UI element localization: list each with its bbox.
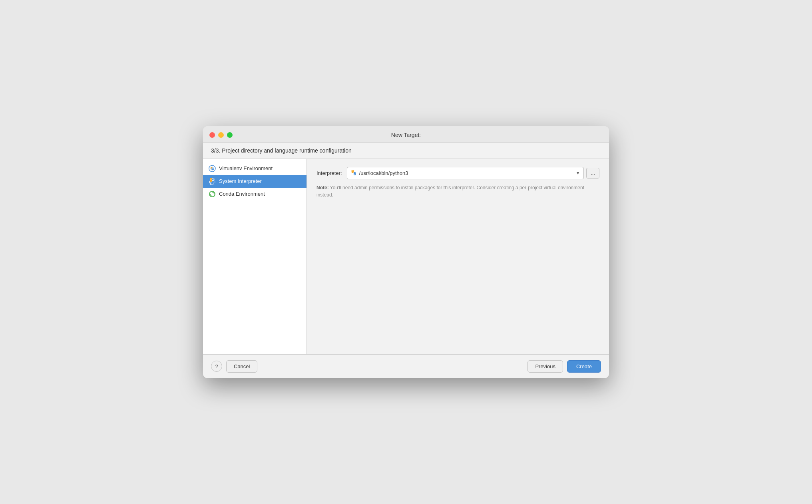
virtualenv-label: Virtualenv Environment <box>219 165 273 171</box>
note-content: You'll need admin permissions to install… <box>316 185 584 198</box>
sidebar-item-system-interpreter[interactable]: System Interpreter <box>203 175 306 188</box>
new-target-dialog: New Target: 3/3. Project directory and l… <box>203 126 609 378</box>
close-button[interactable] <box>209 132 215 138</box>
interpreter-label: Interpreter: <box>316 170 342 176</box>
minimize-button[interactable] <box>218 132 224 138</box>
svg-point-12 <box>352 171 353 171</box>
sidebar-item-virtualenv[interactable]: Virtualenv Environment <box>203 162 306 175</box>
previous-button[interactable]: Previous <box>527 360 563 373</box>
step-subtitle: 3/3. Project directory and language runt… <box>211 147 352 154</box>
svg-point-13 <box>354 174 355 175</box>
note-area: Note: You'll need admin permissions to i… <box>316 184 599 198</box>
title-bar: New Target: <box>203 126 609 143</box>
interpreter-python-icon <box>350 169 357 177</box>
conda-label: Conda Environment <box>219 191 265 197</box>
browse-button[interactable]: ... <box>586 168 599 179</box>
note-label: Note: <box>316 185 329 190</box>
svg-point-6 <box>213 183 214 183</box>
main-panel: Interpreter: /usr/local/bin/python3 <box>307 159 609 354</box>
cancel-button[interactable]: Cancel <box>226 360 257 373</box>
python-icon <box>209 178 216 185</box>
dropdown-arrow-icon: ▼ <box>575 170 580 176</box>
svg-point-1 <box>211 167 212 169</box>
conda-icon <box>209 190 216 198</box>
window-controls <box>209 132 233 138</box>
help-button[interactable]: ? <box>211 361 222 372</box>
content-area: Virtualenv Environment System Inter <box>203 159 609 354</box>
interpreter-row: Interpreter: /usr/local/bin/python3 <box>316 167 599 179</box>
help-icon: ? <box>215 363 218 369</box>
footer-right: Previous Create <box>527 360 601 373</box>
footer: ? Cancel Previous Create <box>203 354 609 378</box>
create-button[interactable]: Create <box>567 360 601 373</box>
dialog-title: New Target: <box>391 132 421 138</box>
interpreter-dropdown[interactable]: /usr/local/bin/python3 ▼ <box>347 167 584 179</box>
interpreter-path: /usr/local/bin/python3 <box>359 170 573 176</box>
footer-left: ? Cancel <box>211 360 257 373</box>
system-interpreter-label: System Interpreter <box>219 178 262 184</box>
sidebar-item-conda[interactable]: Conda Environment <box>203 188 306 200</box>
virtualenv-icon <box>209 165 216 172</box>
sidebar: Virtualenv Environment System Inter <box>203 159 307 354</box>
svg-point-5 <box>211 179 211 180</box>
maximize-button[interactable] <box>227 132 233 138</box>
svg-point-2 <box>212 169 214 170</box>
subtitle-bar: 3/3. Project directory and language runt… <box>203 143 609 159</box>
interpreter-select-wrapper: /usr/local/bin/python3 ▼ ... <box>347 167 599 179</box>
